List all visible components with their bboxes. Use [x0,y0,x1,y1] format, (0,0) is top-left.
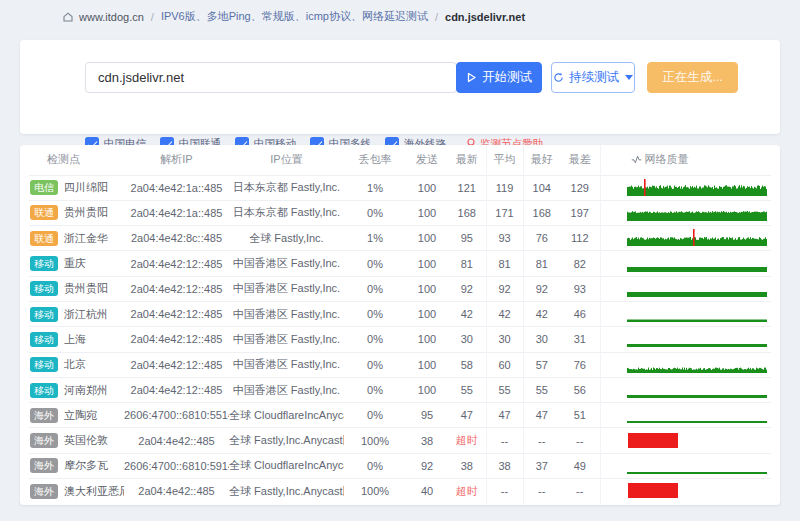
cell-node: 联通贵州贵阳 [29,200,124,225]
table-row: 海外英国伦敦2a04:4e42::485全球 Fastly,Inc.Anycas… [29,428,771,453]
breadcrumb-category-link[interactable]: IPV6版、多地Ping、常规版、icmp协议、网络延迟测试 [161,9,428,24]
table-row: 海外立陶宛2606:4700::6810:5514全球 CloudflareIn… [29,403,771,428]
breadcrumb-separator: / [435,11,438,23]
cell-resolved-ip: 2a04:4e42:12::485 [124,301,229,326]
cell-node: 海外澳大利亚悉尼 [29,479,124,504]
carrier-badge: 移动 [30,332,58,347]
column-header: 丢包率 [344,145,406,175]
cell-best: 168 [523,200,560,225]
quality-sparkline [627,328,767,350]
cell-network-quality [600,453,771,478]
quality-sparkline [627,303,767,325]
node-name: 贵州贵阳 [64,282,108,294]
cell-latest: 42 [448,301,486,326]
node-name: 摩尔多瓦 [64,459,108,471]
cell-node: 海外英国伦敦 [29,428,124,453]
node-name: 立陶宛 [64,409,97,421]
cell-average: 81 [486,251,523,276]
cell-packet-loss: 100% [344,428,406,453]
generating-button[interactable]: 正在生成... [647,62,738,93]
cell-average: 30 [486,327,523,352]
cell-worst: 93 [560,276,600,301]
cell-ip-location: 中国香港区 Fastly,Inc. [229,276,344,301]
node-name: 北京 [64,358,86,370]
cell-node: 电信四川绵阳 [29,175,124,200]
cell-average: 55 [486,377,523,402]
quality-sparkline [627,430,767,452]
carrier-badge: 移动 [30,256,58,271]
cell-worst: 46 [560,301,600,326]
breadcrumb-home-link[interactable]: www.itdog.cn [79,11,144,23]
cell-node: 联通浙江金华 [29,226,124,251]
cell-resolved-ip: 2a04:4e42:12::485 [124,276,229,301]
cell-network-quality [600,428,771,453]
column-header: 最差 [560,145,600,175]
cell-packet-loss: 0% [344,327,406,352]
cell-node: 移动河南郑州 [29,377,124,402]
carrier-badge: 移动 [30,307,58,322]
quality-sparkline [627,455,767,477]
column-header: 发送 [406,145,448,175]
table-row: 移动上海2a04:4e42:12::485中国香港区 Fastly,Inc.0%… [29,327,771,352]
cell-packet-loss: 0% [344,200,406,225]
carrier-badge: 海外 [30,484,58,499]
cell-packet-loss: 100% [344,479,406,504]
cell-sent: 100 [406,377,448,402]
cell-resolved-ip: 2606:4700::6810:5514 [124,403,229,428]
continuous-test-button[interactable]: 持续测试 [551,62,635,93]
cell-ip-location: 中国香港区 Fastly,Inc. [229,301,344,326]
start-test-button[interactable]: 开始测试 [456,62,542,93]
cell-resolved-ip: 2606:4700::6810:5914 [124,453,229,478]
quality-sparkline [627,253,767,275]
cell-network-quality [600,251,771,276]
cell-sent: 95 [406,403,448,428]
cell-best: 37 [523,453,560,478]
cell-worst: 49 [560,453,600,478]
cell-latest: 92 [448,276,486,301]
chevron-down-icon [625,75,633,80]
cell-network-quality [600,327,771,352]
host-input[interactable] [85,62,457,93]
cell-best: 92 [523,276,560,301]
cell-latest: 30 [448,327,486,352]
breadcrumb-current: cdn.jsdelivr.net [445,11,525,23]
cell-latest: 47 [448,403,486,428]
cell-node: 移动北京 [29,352,124,377]
ping-results-table: 检测点解析IPIP位置丢包率发送最新平均最好最差网络质量 电信四川绵阳2a04:… [29,145,771,504]
node-name: 贵州贵阳 [64,206,108,218]
cell-best: -- [523,479,560,504]
cell-best: 47 [523,403,560,428]
cell-ip-location: 全球 Fastly,Inc. [229,226,344,251]
home-icon [62,11,74,23]
cell-average: -- [486,428,523,453]
cell-sent: 100 [406,200,448,225]
carrier-badge: 联通 [30,231,58,246]
cell-ip-location: 中国香港区 Fastly,Inc. [229,377,344,402]
cell-node: 海外立陶宛 [29,403,124,428]
cell-sent: 100 [406,327,448,352]
cell-resolved-ip: 2a04:4e42:12::485 [124,251,229,276]
cell-average: 47 [486,403,523,428]
cell-average: 60 [486,352,523,377]
cell-average: -- [486,479,523,504]
cell-ip-location: 全球 Fastly,Inc.Anycast网段 [229,479,344,504]
cell-worst: 129 [560,175,600,200]
quality-sparkline [627,227,767,249]
quality-sparkline [627,379,767,401]
cell-best: 104 [523,175,560,200]
table-row: 移动浙江杭州2a04:4e42:12::485中国香港区 Fastly,Inc.… [29,301,771,326]
cell-average: 92 [486,276,523,301]
table-header-row: 检测点解析IPIP位置丢包率发送最新平均最好最差网络质量 [29,145,771,175]
cell-packet-loss: 1% [344,175,406,200]
cell-sent: 40 [406,479,448,504]
cell-ip-location: 中国香港区 Fastly,Inc. [229,251,344,276]
cell-average: 38 [486,453,523,478]
quality-sparkline [627,354,767,376]
carrier-badge: 移动 [30,383,58,398]
column-header: 解析IP [124,145,229,175]
cell-latest: 121 [448,175,486,200]
cell-best: 55 [523,377,560,402]
column-header: 检测点 [29,145,124,175]
continuous-test-label: 持续测试 [569,69,619,86]
cell-ip-location: 日本东京都 Fastly,Inc. [229,175,344,200]
